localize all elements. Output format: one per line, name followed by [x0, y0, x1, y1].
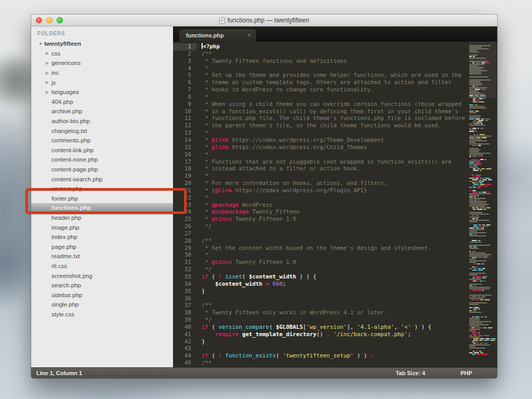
line-number: 18 [173, 165, 197, 172]
code-line[interactable]: 19 * [173, 172, 497, 180]
code-line[interactable]: 21 * {@link https://codex.wordpress.org/… [173, 187, 497, 194]
sidebar-item-content-page-php[interactable]: content-page.php [31, 165, 173, 175]
code-line[interactable]: 10 * in a function_exists() call) by def… [173, 108, 497, 115]
code-line[interactable]: 15 * @link https://codex.wordpress.org/C… [173, 144, 497, 151]
code-text: * instead attached to a filter or action… [197, 165, 361, 172]
line-number: 10 [173, 108, 197, 115]
sidebar-item-comments-php[interactable]: comments.php [31, 136, 173, 145]
sidebar-item-search-php[interactable]: search.php [31, 281, 173, 290]
code-line[interactable]: 7 * hooks in WordPress to change core fu… [173, 86, 497, 94]
sidebar-item-single-php[interactable]: single.php [31, 300, 173, 310]
code-line[interactable]: 35} [173, 288, 497, 295]
code-text: * Set the content width based on the the… [197, 245, 431, 252]
code-line[interactable]: 41 require get_template_directory() . '/… [173, 331, 497, 338]
sidebar-item-content-none-php[interactable]: content-none.php [31, 155, 173, 165]
tab-size-indicator[interactable]: Tab Size: 4 [396, 370, 425, 376]
code-area[interactable]: 1<?php2/**3 * Twenty Fifteen functions a… [173, 42, 497, 367]
tab-close-icon[interactable]: × [243, 32, 251, 39]
code-line[interactable]: 14 * @link https://codex.wordpress.org/T… [173, 137, 497, 144]
sidebar-item-inc[interactable]: ▶inc [31, 68, 173, 78]
minimize-window-button[interactable] [46, 17, 52, 23]
tab-functions-php[interactable]: functions.php × [179, 29, 256, 42]
window-titlebar[interactable]: functions.php — twentyfifteen [31, 15, 497, 26]
code-text: * Twenty Fifteen only works in WordPress… [197, 309, 388, 316]
code-line[interactable]: 13 * [173, 129, 497, 137]
zoom-window-button[interactable] [57, 17, 63, 23]
code-line[interactable]: 24 * @subpackage Twenty_Fifteen [173, 208, 497, 216]
code-line[interactable]: 2/** [173, 50, 497, 58]
code-line[interactable]: 12 * the parent theme's file, so the chi… [173, 122, 497, 129]
sidebar-item-style-css[interactable]: style.css [31, 310, 173, 320]
code-line[interactable]: 23 * @package WordPress [173, 202, 497, 209]
code-text: * functions.php file. The child theme's … [197, 115, 465, 122]
code-lines[interactable]: 1<?php2/**3 * Twenty Fifteen functions a… [173, 43, 497, 367]
code-line[interactable]: 25 * @since Twenty Fifteen 1.0 [173, 216, 497, 223]
sidebar-item-footer-php[interactable]: footer.php [31, 194, 173, 204]
line-number: 27 [173, 230, 197, 237]
sidebar-item-content-php[interactable]: content.php [31, 184, 173, 194]
line-number: 22 [173, 194, 197, 202]
sidebar-item-content-link-php[interactable]: content-link.php [31, 145, 173, 155]
sidebar-item-functions-php[interactable]: functions.php [31, 203, 173, 213]
sidebar-item-js[interactable]: ▶js [31, 77, 173, 87]
sidebar-item-sidebar-php[interactable]: sidebar.php [31, 290, 173, 300]
sidebar-item-genericons[interactable]: ▶genericons [31, 58, 173, 68]
sidebar-item-image-php[interactable]: image.php [31, 222, 173, 232]
sidebar-item-languages[interactable]: ▶languages [31, 87, 173, 97]
sidebar-item-rtl-css[interactable]: rtl.css [31, 261, 173, 271]
code-line[interactable]: 38 * Twenty Fifteen only works in WordPr… [173, 309, 497, 316]
chevron-right-icon: ▶ [46, 51, 51, 56]
code-line[interactable]: 6 * theme as custom template tags. Other… [173, 79, 497, 86]
close-window-button[interactable] [36, 17, 42, 23]
code-line[interactable]: 8 * [173, 94, 497, 101]
code-line[interactable]: 1<?php [173, 43, 497, 50]
line-number: 38 [173, 309, 197, 316]
code-line[interactable]: 28/** [173, 237, 497, 245]
sidebar-item-changelog-txt[interactable]: changelog.txt [31, 126, 173, 136]
sidebar-item-page-php[interactable]: page.php [31, 242, 173, 251]
code-line[interactable]: 42} [173, 338, 497, 345]
sidebar-item-readme-txt[interactable]: readme.txt [31, 251, 173, 261]
code-line[interactable]: 36 [173, 295, 497, 302]
syntax-mode-indicator[interactable]: PHP [460, 370, 472, 376]
code-line[interactable]: 32 */ [173, 266, 497, 273]
code-line[interactable]: 26 */ [173, 223, 497, 230]
code-line[interactable]: 9 * When using a child theme you can ove… [173, 101, 497, 108]
line-number: 2 [173, 50, 197, 58]
code-line[interactable]: 11 * functions.php file. The child theme… [173, 115, 497, 122]
code-line[interactable]: 30 * [173, 251, 497, 259]
minimap[interactable] [469, 42, 496, 367]
sidebar-item-screenshot-png[interactable]: screenshot.png [31, 271, 173, 281]
line-number: 4 [173, 65, 197, 72]
code-line[interactable]: 33if ( ! isset( $content_width ) ) { [173, 273, 497, 281]
code-line[interactable]: 29 * Set the content width based on the … [173, 245, 497, 252]
line-number: 6 [173, 79, 197, 86]
code-line[interactable]: 44if ( ! function_exists( 'twentyfifteen… [173, 352, 497, 360]
code-line[interactable]: 34 $content_width = 660; [173, 281, 497, 288]
sidebar-item-css[interactable]: ▶css [31, 49, 173, 59]
code-line[interactable]: 31 * @since Twenty Fifteen 1.0 [173, 259, 497, 266]
sidebar-item-author-bio-php[interactable]: author-bio.php [31, 116, 173, 126]
code-line[interactable]: 22 * [173, 194, 497, 202]
sidebar-item-archive-php[interactable]: archive.php [31, 107, 173, 116]
code-line[interactable]: 20 * For more information on hooks, acti… [173, 180, 497, 187]
code-line[interactable]: 17 * Functions that are not pluggable (n… [173, 158, 497, 166]
code-line[interactable]: 18 * instead attached to a filter or act… [173, 165, 497, 172]
code-line[interactable]: 45/** [173, 360, 497, 367]
code-line[interactable]: 5 * Set up the theme and provides some h… [173, 72, 497, 79]
sidebar-item-content-search-php[interactable]: content-search.php [31, 174, 173, 184]
tree-root-twentyfifteen[interactable]: ▼twentyfifteen [31, 39, 173, 49]
editor-pane: functions.php × 1<?php2/**3 * Twenty Fif… [173, 26, 497, 367]
code-line[interactable]: 27 [173, 230, 497, 237]
code-line[interactable]: 40if ( version_compare( $GLOBALS['wp_ver… [173, 324, 497, 331]
code-line[interactable]: 4 * [173, 65, 497, 72]
code-line[interactable]: 3 * Twenty Fifteen functions and definit… [173, 58, 497, 65]
code-line[interactable]: 39 */ [173, 316, 497, 324]
sidebar-item-index-php[interactable]: index.php [31, 232, 173, 242]
sidebar-item-header-php[interactable]: header.php [31, 213, 173, 223]
text-caret [202, 43, 203, 49]
code-line[interactable]: 37/** [173, 302, 497, 309]
code-line[interactable]: 16 * [173, 151, 497, 158]
code-line[interactable]: 43 [173, 345, 497, 352]
sidebar-item-404-php[interactable]: 404.php [31, 97, 173, 107]
